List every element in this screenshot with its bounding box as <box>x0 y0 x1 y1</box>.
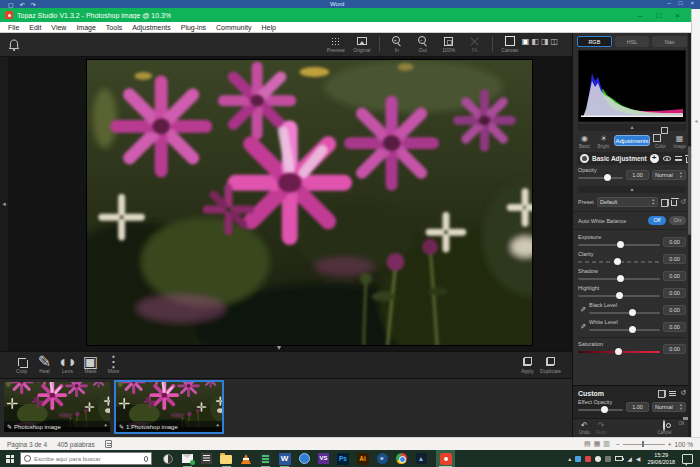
panel-scrollbar[interactable] <box>688 33 691 437</box>
highlight-slider[interactable] <box>578 291 660 300</box>
filmstrip-thumbnail[interactable]: ✎ Photoshop image * <box>4 382 110 432</box>
blue-app-button[interactable]: e <box>376 452 389 465</box>
original-button[interactable]: Original <box>350 36 374 53</box>
blend-mode-dropdown[interactable]: Normal ▲▼ <box>652 170 686 180</box>
page-indicator[interactable]: Página 3 de 4 <box>7 441 47 448</box>
sheets-app-button[interactable] <box>259 452 272 465</box>
word-quick-access-toolbar[interactable]: ▢ ↶ ↷ <box>8 2 36 8</box>
menu-community[interactable]: Community <box>211 24 256 31</box>
effect-blend-mode-dropdown[interactable]: Normal ▲▼ <box>652 402 686 412</box>
zoom-out-minus-icon[interactable]: − <box>616 441 620 448</box>
basic-category-button[interactable]: ◉ Basic <box>576 134 593 149</box>
battery-icon[interactable] <box>615 456 623 461</box>
awb-on-button[interactable]: On <box>669 216 686 225</box>
undo-button[interactable]: ↶ Undo <box>579 421 590 435</box>
preview-button[interactable]: Preview <box>324 36 348 53</box>
mail-app-button[interactable] <box>181 452 194 465</box>
zoom-in-button[interactable]: + In <box>385 36 409 53</box>
onedrive-icon[interactable] <box>595 456 601 462</box>
web-layout-icon[interactable]: ▥ <box>603 440 610 448</box>
black-level-slider[interactable] <box>589 308 660 317</box>
menu-icon[interactable] <box>675 156 682 161</box>
tab-nav[interactable]: Nav <box>652 36 687 47</box>
gear-icon[interactable]: * <box>216 423 219 430</box>
defender-button[interactable] <box>298 452 311 465</box>
redo-icon[interactable]: ↷ <box>31 2 36 8</box>
canvas-collapse-arrow-icon[interactable]: ▾ <box>277 344 281 351</box>
word-close-icon[interactable]: × <box>690 0 694 6</box>
word-app-button[interactable]: W <box>278 452 291 465</box>
mask-tool-button[interactable]: ▣ Mask <box>79 357 102 374</box>
titlebar[interactable]: Topaz Studio V1.3.2 - Photoshop image @ … <box>0 8 691 22</box>
basic-adjustment-header[interactable]: Basic Adjustment + <box>577 152 687 165</box>
cancel-button[interactable]: Cancel <box>657 421 671 435</box>
menu-help[interactable]: Help <box>256 24 280 31</box>
custom-menu-icon[interactable] <box>669 391 676 396</box>
filmstrip-thumbnail-selected[interactable]: ✎ 1.Photoshop image * <box>116 382 222 432</box>
save-icon[interactable]: ▢ <box>8 2 14 8</box>
topaz-studio-taskbar-button[interactable] <box>436 450 455 467</box>
adjustment-collapse-button[interactable]: ▴ <box>578 186 686 193</box>
clarity-value[interactable]: 0.00 <box>663 254 686 264</box>
action-center-icon[interactable] <box>682 454 693 464</box>
saturation-value[interactable]: 0.00 <box>663 344 686 354</box>
vlc-button[interactable] <box>239 452 252 465</box>
minimize-button[interactable]: – <box>638 11 642 20</box>
color-category-button[interactable]: Color <box>652 134 669 149</box>
microphone-icon[interactable] <box>144 456 148 462</box>
custom-reset-icon[interactable]: ↺ <box>680 389 686 397</box>
preset-dropdown[interactable]: Default ▲▼ <box>597 197 658 207</box>
opacity-value[interactable]: 1.00 <box>626 170 649 180</box>
zoom-in-plus-icon[interactable]: + <box>668 441 672 448</box>
word-window-controls[interactable]: – □ × <box>668 0 694 6</box>
read-mode-icon[interactable]: ▤ <box>584 440 591 448</box>
illustrator-button[interactable]: Ai <box>356 452 369 465</box>
delete-preset-icon[interactable] <box>671 200 677 206</box>
effect-opacity-slider[interactable] <box>578 405 623 414</box>
gear-icon[interactable]: * <box>104 423 107 430</box>
search-input[interactable] <box>34 456 141 462</box>
ok-button[interactable]: OK <box>678 421 685 435</box>
black-level-value[interactable]: 0.00 <box>663 305 686 315</box>
volume-icon[interactable]: ◀ <box>636 455 641 463</box>
word-maximize-icon[interactable]: □ <box>679 0 683 6</box>
zoom-slider[interactable] <box>623 444 665 445</box>
canvas-button[interactable]: Canvas <box>498 36 522 53</box>
opacity-slider[interactable] <box>578 173 623 182</box>
image-category-button[interactable]: ▦ Image <box>671 134 688 149</box>
zoom-out-button[interactable]: − Out <box>411 36 435 53</box>
view-side-by-side-icon[interactable]: ◫ <box>550 37 558 46</box>
view-single-icon[interactable]: ▣ <box>522 37 530 46</box>
task-view-button[interactable] <box>161 452 174 465</box>
menu-file[interactable]: File <box>3 24 24 31</box>
photoshop-button[interactable]: Ps <box>337 452 350 465</box>
tab-rgb[interactable]: RGB <box>577 36 612 47</box>
histogram-collapse-button[interactable]: ▴ <box>578 124 686 131</box>
tab-hsl[interactable]: HSL <box>615 36 650 47</box>
zoom-percentage[interactable]: 100 % <box>675 441 693 448</box>
bright-category-button[interactable]: ☀ Bright <box>595 134 612 149</box>
menu-edit[interactable]: Edit <box>24 24 46 31</box>
view-split-right-icon[interactable]: ◨ <box>541 37 549 46</box>
menu-view[interactable]: View <box>46 24 71 31</box>
more-tools-button[interactable]: ⋮ More <box>102 357 125 374</box>
menu-tools[interactable]: Tools <box>101 24 127 31</box>
eyedropper-icon[interactable]: ✎ <box>578 323 586 331</box>
vscode-button[interactable]: VS <box>317 452 330 465</box>
start-button[interactable] <box>0 450 20 467</box>
shadow-value[interactable]: 0.00 <box>663 271 686 281</box>
fit-button[interactable]: Fit <box>463 36 487 53</box>
effect-opacity-value[interactable]: 1.00 <box>626 402 649 412</box>
redo-button[interactable]: ↷ Redo <box>596 421 607 435</box>
notifications-bell-icon[interactable] <box>8 38 20 52</box>
copy-effect-icon[interactable] <box>658 390 665 397</box>
white-level-value[interactable]: 0.00 <box>663 322 686 332</box>
shadow-slider[interactable] <box>578 274 660 283</box>
save-preset-icon[interactable] <box>661 199 668 206</box>
crop-tool-button[interactable]: Crop <box>10 357 33 374</box>
menu-image[interactable]: Image <box>71 24 100 31</box>
heal-tool-button[interactable]: ✎ Heal <box>33 357 56 374</box>
reset-icon[interactable]: ↺ <box>680 198 686 206</box>
tray-app-icon[interactable] <box>585 456 591 462</box>
clarity-slider[interactable] <box>578 257 660 266</box>
